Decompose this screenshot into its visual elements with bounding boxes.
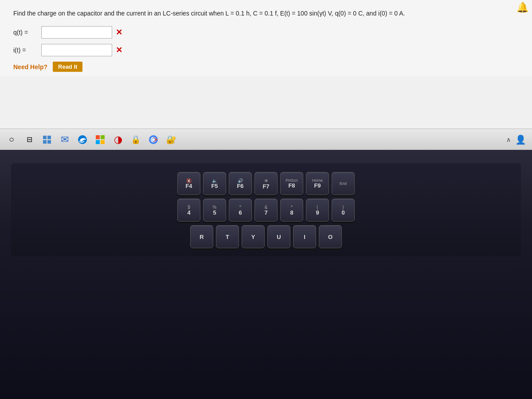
svg-rect-0 [43, 136, 47, 139]
key-o-label: O [328, 234, 332, 240]
problem-text: Find the charge on the capacitor and the… [13, 9, 519, 18]
key-f9-bot-label: F9 [314, 183, 321, 188]
key-f6-top-label: 🔊 [238, 179, 243, 183]
taskbar-app1-icon[interactable] [92, 132, 108, 148]
key-r[interactable]: R [190, 225, 213, 248]
q-input[interactable] [41, 26, 112, 39]
key-f6-bot-label: F6 [237, 183, 243, 189]
taskbar-lock2-icon[interactable]: 🔐 [163, 132, 179, 148]
read-it-button[interactable]: Read It [53, 62, 82, 72]
key-t[interactable]: T [216, 225, 239, 248]
problem-content: Find the charge on the capacitor and the… [0, 0, 532, 76]
f-key-row: 🔇 F4 🔈 F5 🔊 F6 ☀ F7 PrtScn F8 Home F9 [20, 172, 512, 195]
screen-area: Find the charge on the capacitor and the… [0, 0, 532, 137]
edge-browser-icon[interactable] [74, 132, 90, 148]
i-input[interactable] [41, 44, 112, 56]
svg-rect-5 [96, 135, 100, 139]
q-input-row: q(t) = ✕ [13, 26, 519, 39]
key-u[interactable]: U [267, 225, 290, 248]
key-0[interactable]: ) 0 [332, 199, 355, 222]
taskbar-app2-icon[interactable]: ◑ [110, 132, 126, 148]
key-f4-bot-label: F4 [185, 183, 192, 189]
svg-rect-6 [101, 135, 105, 139]
key-f5[interactable]: 🔈 F5 [203, 172, 226, 195]
keyboard-area: 🔇 F4 🔈 F5 🔊 F6 ☀ F7 PrtScn F8 Home F9 [0, 150, 532, 399]
key-u-label: U [277, 234, 281, 240]
letter-key-row: R T Y U I O [20, 225, 512, 248]
key-f7-bot-label: F7 [262, 184, 269, 189]
svg-rect-1 [47, 136, 51, 139]
number-key-row: $ 4 % 5 ^ 6 & 7 * 8 ( 9 [20, 199, 512, 222]
user-avatar-icon[interactable]: 👤 [512, 132, 528, 148]
key-i-label: I [304, 234, 305, 240]
key-r-label: R [200, 234, 203, 240]
key-5[interactable]: % 5 [203, 199, 226, 222]
key-9[interactable]: ( 9 [306, 199, 329, 222]
taskbar: ○ ⊟ ✉ ◑ 🔒 🔐 [0, 129, 532, 150]
chevron-up-icon[interactable]: ∧ [506, 136, 511, 143]
key-f4[interactable]: 🔇 F4 [177, 172, 200, 195]
svg-point-12 [152, 138, 155, 141]
corner-decoration: 🔔 [516, 2, 528, 13]
key-8-top-label: * [291, 205, 293, 210]
q-label: q(t) = [13, 29, 38, 36]
i-error-mark: ✕ [116, 45, 122, 55]
key-4-bot-label: 4 [187, 210, 190, 215]
key-6[interactable]: ^ 6 [229, 199, 252, 222]
key-7-bot-label: 7 [264, 210, 267, 215]
key-6-top-label: ^ [239, 205, 242, 210]
key-o[interactable]: O [319, 225, 342, 248]
q-error-mark: ✕ [116, 27, 122, 37]
key-y[interactable]: Y [242, 225, 265, 248]
windows-grid-icon[interactable] [39, 132, 55, 148]
key-5-bot-label: 5 [213, 210, 216, 215]
key-8-bot-label: 8 [290, 210, 293, 215]
key-9-top-label: ( [317, 205, 318, 210]
key-5-top-label: % [213, 205, 217, 210]
key-9-bot-label: 9 [316, 210, 319, 215]
key-y-label: Y [251, 234, 255, 240]
svg-rect-8 [101, 140, 105, 144]
key-f7-top-label: ☀ [264, 178, 269, 184]
key-8[interactable]: * 8 [280, 199, 303, 222]
key-4[interactable]: $ 4 [177, 199, 200, 222]
key-0-bot-label: 0 [341, 210, 344, 215]
chrome-icon[interactable] [145, 132, 161, 148]
i-label: i(t) = [13, 47, 38, 54]
svg-rect-3 [47, 140, 51, 144]
need-help-row: Need Help? Read It [13, 62, 519, 72]
key-f6[interactable]: 🔊 F6 [229, 172, 252, 195]
key-7[interactable]: & 7 [254, 199, 278, 222]
key-f5-bot-label: F5 [211, 183, 218, 189]
key-i[interactable]: I [293, 225, 316, 248]
i-input-row: i(t) = ✕ [13, 44, 519, 56]
key-t-label: T [226, 234, 229, 240]
key-end[interactable]: End [332, 172, 355, 195]
keyboard-bezel: 🔇 F4 🔈 F5 🔊 F6 ☀ F7 PrtScn F8 Home F9 [11, 163, 521, 256]
taskbar-end: ∧ 👤 [506, 132, 528, 148]
key-f5-top-label: 🔈 [212, 179, 217, 183]
need-help-label: Need Help? [13, 63, 47, 70]
key-f4-top-label: 🔇 [186, 179, 192, 183]
taskbar-lock-icon[interactable]: 🔒 [128, 132, 144, 148]
key-f8-bot-label: F8 [288, 183, 295, 188]
mail-icon[interactable]: ✉ [57, 132, 73, 148]
task-view-button[interactable]: ⊟ [21, 132, 37, 148]
svg-rect-2 [43, 140, 47, 144]
key-7-top-label: & [265, 205, 268, 210]
svg-rect-7 [96, 140, 100, 144]
key-0-top-label: ) [342, 205, 344, 210]
key-f7[interactable]: ☀ F7 [254, 172, 278, 195]
key-4-top-label: $ [188, 205, 190, 210]
key-end-top-label: End [340, 182, 347, 186]
key-6-bot-label: 6 [239, 210, 242, 215]
start-button[interactable]: ○ [4, 132, 20, 148]
key-f9[interactable]: Home F9 [306, 172, 329, 195]
key-f8[interactable]: PrtScn F8 [280, 172, 303, 195]
